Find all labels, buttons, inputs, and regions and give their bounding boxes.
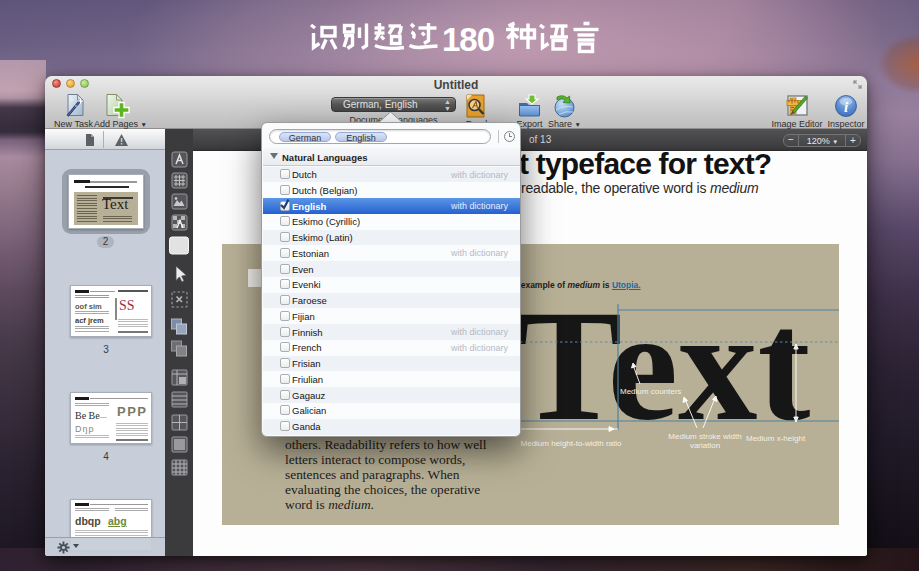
svg-text:180: 180 [442,21,494,56]
